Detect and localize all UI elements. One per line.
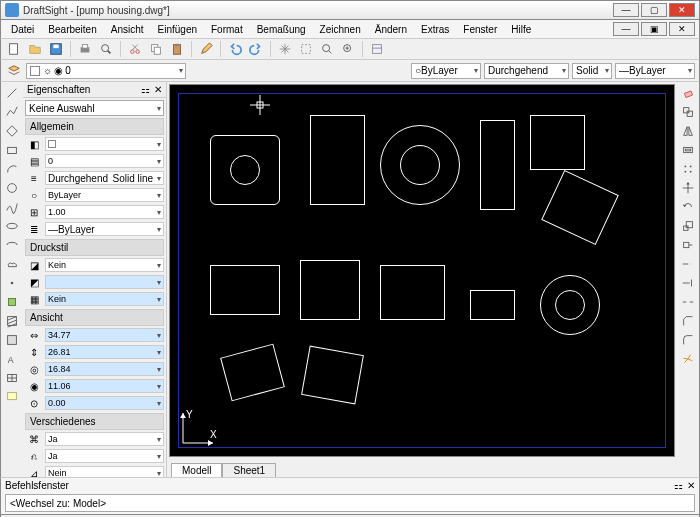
region-tool[interactable] [3,331,21,349]
menu-ansicht[interactable]: Ansicht [105,23,150,36]
prop-layer[interactable]: 0 [45,154,164,168]
prop-misc3[interactable]: Nein [45,466,164,477]
rectangle-tool[interactable] [3,141,21,159]
point-tool[interactable] [3,274,21,292]
ellipse-arc-tool[interactable] [3,236,21,254]
prop-view2[interactable]: 26.81 [45,345,164,359]
cut-button[interactable] [126,40,144,58]
erase-tool[interactable] [679,84,697,102]
prop-view4[interactable]: 11.06 [45,379,164,393]
line-tool[interactable] [3,84,21,102]
table-tool[interactable] [3,369,21,387]
menu-bearbeiten[interactable]: Bearbeiten [42,23,102,36]
zoom-extents-button[interactable] [339,40,357,58]
edit-button[interactable] [197,40,215,58]
panel-close-icon[interactable]: ✕ [154,84,162,95]
circle-tool[interactable] [3,179,21,197]
prop-view3[interactable]: 16.84 [45,362,164,376]
chamfer-tool[interactable] [679,312,697,330]
menu-zeichnen[interactable]: Zeichnen [314,23,367,36]
prop-print1[interactable]: Kein [45,258,164,272]
svg-point-49 [685,166,687,168]
prop-color[interactable] [45,137,164,151]
menu-fenster[interactable]: Fenster [457,23,503,36]
prop-print2[interactable] [45,275,164,289]
menu-extras[interactable]: Extras [415,23,455,36]
rotate-tool[interactable] [679,198,697,216]
layer-manager-button[interactable] [5,62,23,80]
command-pin-icon[interactable]: ⚏ [674,480,683,491]
save-button[interactable] [47,40,65,58]
extend-tool[interactable] [679,274,697,292]
menu-datei[interactable]: Datei [5,23,40,36]
zoom-realtime-button[interactable] [297,40,315,58]
command-input[interactable]: <Wechsel zu: Model> [5,494,695,512]
command-close-icon[interactable]: ✕ [687,480,695,491]
prop-scale[interactable]: 1.00 [45,205,164,219]
menu-aendern[interactable]: Ändern [369,23,413,36]
prop-bylayer[interactable]: ByLayer [45,188,164,202]
copy-button[interactable] [147,40,165,58]
undo-button[interactable] [226,40,244,58]
fillet-tool[interactable] [679,331,697,349]
mirror-tool[interactable] [679,122,697,140]
text-tool[interactable]: A [3,350,21,368]
trim-tool[interactable] [679,255,697,273]
offset-tool[interactable] [679,141,697,159]
menu-einfuegen[interactable]: Einfügen [152,23,203,36]
maximize-button[interactable]: ▢ [641,3,667,17]
lineweight-combo[interactable]: — ByLayer [615,63,695,79]
break-tool[interactable] [679,293,697,311]
tab-sheet1[interactable]: Sheet1 [222,463,276,477]
prop-lineweight[interactable]: — ByLayer [45,222,164,236]
selection-combo[interactable]: Keine Auswahl [25,100,164,116]
polyline-tool[interactable] [3,103,21,121]
prop-misc1[interactable]: Ja [45,432,164,446]
svg-text:X: X [210,429,217,440]
menu-hilfe[interactable]: Hilfe [505,23,537,36]
color-combo[interactable]: ○ ByLayer [411,63,481,79]
redo-button[interactable] [247,40,265,58]
scale-tool[interactable] [679,217,697,235]
note-tool[interactable] [3,388,21,406]
doc-close-button[interactable]: ✕ [669,22,695,36]
pan-button[interactable] [276,40,294,58]
explode-tool[interactable] [679,350,697,368]
move-tool[interactable] [679,179,697,197]
close-button[interactable]: ✕ [669,3,695,17]
solid-combo[interactable]: Solid [572,63,612,79]
zoom-window-button[interactable] [318,40,336,58]
prop-print3[interactable]: Kein [45,292,164,306]
menu-format[interactable]: Format [205,23,249,36]
tab-modell[interactable]: Modell [171,463,222,477]
prop-view1[interactable]: 34.77 [45,328,164,342]
linestyle-combo[interactable]: Durchgehend [484,63,569,79]
paste-button[interactable] [168,40,186,58]
spline-tool[interactable] [3,198,21,216]
polygon-tool[interactable] [3,122,21,140]
drawing-canvas[interactable]: XY [169,84,675,457]
prop-view5[interactable]: 0.00 [45,396,164,410]
open-button[interactable] [26,40,44,58]
cloud-tool[interactable] [3,255,21,273]
stretch-tool[interactable] [679,236,697,254]
prop-linestyle[interactable]: Durchgehend Solid line [45,171,164,185]
block-tool[interactable] [3,293,21,311]
panel-pin-icon[interactable]: ⚏ [141,84,150,95]
properties-button[interactable] [368,40,386,58]
ellipse-tool[interactable] [3,217,21,235]
menu-bemassung[interactable]: Bemaßung [251,23,312,36]
new-button[interactable] [5,40,23,58]
print-preview-button[interactable] [97,40,115,58]
copy-tool[interactable] [679,103,697,121]
doc-restore-button[interactable]: ▣ [641,22,667,36]
array-tool[interactable] [679,160,697,178]
doc-minimize-button[interactable]: — [613,22,639,36]
arc-tool[interactable] [3,160,21,178]
minimize-button[interactable]: — [613,3,639,17]
layer-color-swatch [30,66,40,76]
prop-misc2[interactable]: Ja [45,449,164,463]
layer-combo[interactable]: ☼◉ 0 [26,63,186,79]
hatch-tool[interactable] [3,312,21,330]
print-button[interactable] [76,40,94,58]
